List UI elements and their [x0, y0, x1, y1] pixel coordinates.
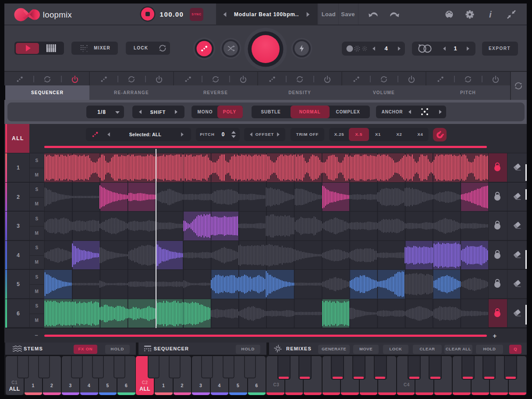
svg-text:i: i	[489, 9, 492, 19]
